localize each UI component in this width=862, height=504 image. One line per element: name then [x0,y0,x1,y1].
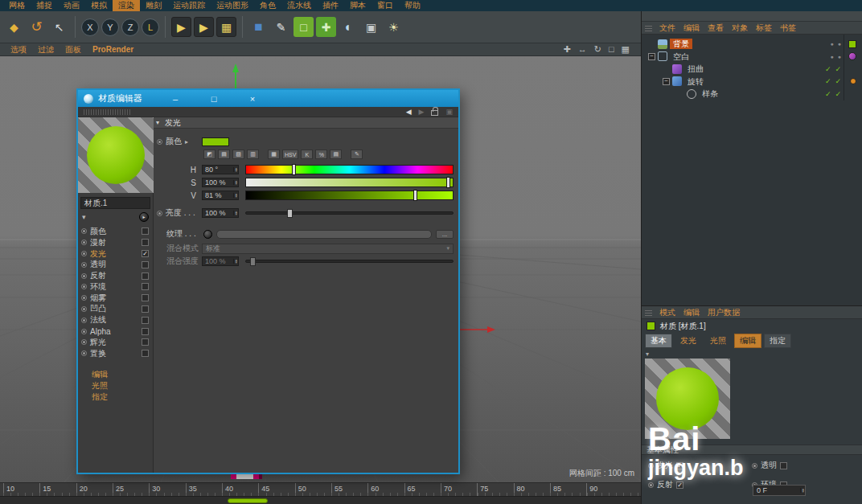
channel-row[interactable]: 法线 [78,314,153,326]
channel-radio[interactable] [752,463,757,469]
channel-toggle-cell[interactable]: 发光 ✓ [648,460,752,471]
kelvin-mode-button[interactable]: K [301,150,313,159]
color-wheel-icon[interactable]: ◩ [203,150,216,159]
channel-checkbox[interactable] [142,283,149,290]
panel-grip[interactable] [645,24,652,31]
attribute-tab[interactable]: 指定 [764,334,791,348]
percent-mode-button[interactable]: % [315,150,327,159]
render-settings-icon[interactable]: ▦ [216,17,236,37]
channel-radio[interactable] [81,240,87,245]
channel-checkbox[interactable] [142,227,149,235]
channel-row[interactable]: 环境 [78,281,153,293]
slider-handle[interactable] [287,209,293,218]
hsv-mode-button[interactable]: HSV [282,150,298,159]
channel-radio[interactable] [648,482,654,488]
brightness-value-field[interactable]: 100 %▴▾ [202,208,239,218]
channel-row[interactable]: 漫射 [78,237,153,248]
menubar-item[interactable]: 窗口 [371,0,399,11]
object-row[interactable]: − 旋转 ✓✓ [642,76,862,88]
channel-radio[interactable] [81,262,87,268]
menubar-item[interactable]: 动画 [58,0,85,11]
current-frame-field[interactable]: 0 F▴▾ [753,485,806,496]
channel-checkbox[interactable] [142,338,149,346]
object-row[interactable]: − 空白 ●● [642,51,862,64]
channel-checkbox[interactable] [142,294,149,301]
object-manager-menu-item[interactable]: 文件 [655,23,679,34]
slider-handle[interactable] [292,164,296,175]
add-cube-icon[interactable]: ■ [248,17,269,37]
rgb-mode-button[interactable]: ▦ [268,150,280,159]
brightness-radio[interactable] [157,211,162,216]
mix-strength-field[interactable]: 100 %▴▾ [202,256,239,266]
viewport-menu-item[interactable]: 面板 [60,44,87,55]
object-manager-menu-item[interactable]: 编辑 [679,23,704,34]
attribute-tab[interactable]: 基本 [645,334,672,348]
material-tag-chip[interactable] [848,40,856,48]
channel-checkbox[interactable]: ✓ [676,481,683,489]
editor-page-row[interactable]: 光照 [78,380,153,391]
coord-system-icon[interactable]: L [142,18,159,36]
texture-browse-button[interactable]: ... [436,230,454,239]
object-row[interactable]: 样条 ✓✓ [642,88,862,100]
channel-radio[interactable] [81,329,87,334]
channel-checkbox[interactable] [142,317,149,324]
expander-toggle[interactable]: − [648,53,655,60]
zoom-view-icon[interactable]: ↔ [578,44,587,55]
hsv-gradient-slider[interactable] [245,165,454,174]
menubar-item[interactable]: 插件 [317,0,344,11]
object-label[interactable]: 扭曲 [684,64,707,74]
material-preview-large[interactable] [645,359,730,439]
channel-row[interactable]: 颜色 [78,226,153,237]
history-forward-icon[interactable]: ▶ [419,108,425,116]
channel-radio[interactable] [81,228,87,234]
object-manager-menu-item[interactable]: 书签 [776,23,800,34]
subdivision-surface-icon[interactable]: □ [293,17,314,37]
rotate-view-icon[interactable]: ↻ [594,44,601,55]
toggle-view-icon[interactable]: □ [609,44,614,55]
object-manager-menu-item[interactable]: 标签 [752,23,776,34]
minimize-button[interactable]: – [170,94,181,104]
section-header[interactable]: 发光 [154,117,458,129]
mix-mode-dropdown[interactable]: 标准▾ [202,244,454,254]
channel-row[interactable]: 烟雾 [78,293,153,304]
camera-icon[interactable]: ▣ [361,17,381,37]
undo-icon[interactable]: ↺ [27,17,47,37]
channel-checkbox[interactable] [142,239,149,246]
color-from-picture-icon[interactable]: ▨ [232,150,244,159]
channel-toggle-cell[interactable]: 透明 [752,460,856,471]
menubar-item[interactable]: 模拟 [85,0,113,11]
menubar-item[interactable]: 角色 [254,0,281,11]
channel-checkbox[interactable] [142,305,149,313]
hsv-gradient-slider[interactable] [245,178,454,187]
channel-checkbox[interactable] [780,462,787,469]
preview-dropdown-icon[interactable]: ▾ [82,213,86,221]
maximize-button[interactable]: □ [208,94,220,104]
render-view-icon[interactable]: ▶ [171,17,191,37]
view-popup-icon[interactable]: ▦ [622,44,630,55]
mograph-cloner-icon[interactable]: ✚ [316,17,336,37]
menubar-item[interactable]: 网格 [3,0,31,11]
swatches-button[interactable]: ▤ [330,150,342,159]
channel-radio[interactable] [81,339,87,345]
material-preview[interactable] [78,117,154,193]
object-label[interactable]: 背景 [670,39,692,49]
menubar-item[interactable]: 脚本 [344,0,371,11]
slider-handle[interactable] [413,190,417,201]
object-label[interactable]: 空白 [670,51,692,62]
timeline-ruler[interactable]: 1015202530354045505560657075808590 [0,482,641,496]
scrollbar-thumb[interactable] [228,498,268,503]
axis-z-lock-icon[interactable]: Z [121,18,139,36]
channel-row[interactable]: 发光 ✓ [78,248,153,260]
mix-strength-slider[interactable] [245,260,454,263]
menubar-item[interactable]: 运动跟踪 [167,0,211,11]
channel-checkbox[interactable] [142,328,149,335]
texture-knob-icon[interactable] [203,230,212,239]
eyedropper-icon[interactable]: ✎ [351,150,363,159]
object-row[interactable]: 扭曲 ✓✓ [642,63,862,76]
drag-handle[interactable] [84,109,130,115]
hsv-value-field[interactable]: 81 %▴▾ [202,191,239,200]
spectrum-icon[interactable]: ▤ [218,150,230,159]
hsv-value-field[interactable]: 80 °▴▾ [202,165,239,174]
material-tag-chip[interactable] [848,52,856,60]
menubar-item[interactable]: 捕捉 [31,0,58,11]
